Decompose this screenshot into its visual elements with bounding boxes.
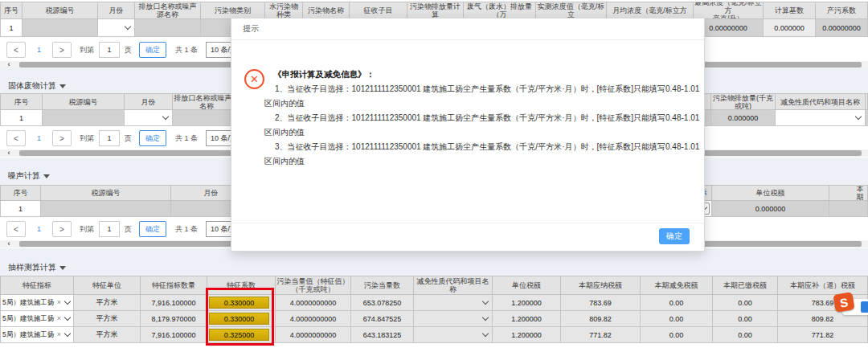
clear-icon[interactable]: × xyxy=(57,299,61,306)
relief-select[interactable] xyxy=(414,295,493,311)
goto-label: 到第 xyxy=(80,133,94,144)
chevron-down-icon xyxy=(64,330,71,337)
relief-select[interactable] xyxy=(414,327,493,343)
cell xyxy=(23,19,98,37)
cell-unit: 平方米 xyxy=(74,295,141,311)
cell-unit-tax: 1.200000 xyxy=(493,295,561,311)
alert-dialog: 提示 ✕ 《申报计算及减免信息》： 1、当征收子目选择：101211111235… xyxy=(231,18,705,252)
cell xyxy=(829,201,868,217)
col-header-water-7: 征收子目 xyxy=(350,2,407,19)
cell-quantity: 7,916.100000 xyxy=(141,295,207,311)
total-count: 共 1 条 xyxy=(175,133,198,144)
col-header-noise-5: 单位税额 xyxy=(712,185,829,201)
cell-equivalent-value: 4.0000000000 xyxy=(276,311,351,327)
col-header-sampling-8: 本期应纳税额 xyxy=(561,276,641,295)
table-row: 5局）建筑施工扬×平方米7,916.1000000.3250004.000000… xyxy=(0,327,868,343)
cell-paid: 0.00 xyxy=(713,311,778,327)
col-header-water-6: 污染物名称 xyxy=(303,2,350,19)
table-row: 5局）建筑施工扬×平方米7,916.1000000.3300004.000000… xyxy=(0,295,868,311)
cell-indicator: 5局）建筑施工扬× xyxy=(0,311,74,327)
cell xyxy=(41,201,171,217)
col-header-noise-6: 本期 xyxy=(829,185,868,201)
page-number[interactable]: 1 xyxy=(31,134,47,142)
col-header-solid-2: 月份 xyxy=(125,93,173,110)
col-header-solid-0: 序号 xyxy=(0,93,43,110)
col-header-water-13: 计算基数 xyxy=(764,2,816,19)
relief-select[interactable] xyxy=(776,110,866,126)
cell-payable: 783.69 xyxy=(561,295,641,311)
indicator-text: 5局）建筑施工扬 xyxy=(2,314,54,324)
month-select[interactable] xyxy=(98,19,135,37)
section-title-sampling[interactable]: 抽样测算计算 xyxy=(8,262,66,273)
dialog-message-heading: 《申报计算及减免信息》： xyxy=(273,69,704,80)
dialog-body: ✕ 《申报计算及减免信息》： 1、当征收子目选择：101211111235000… xyxy=(231,40,704,169)
cell-unit: 平方米 xyxy=(74,327,141,343)
dialog-footer: 确定 xyxy=(231,223,704,251)
goto-confirm-button[interactable]: 确定 xyxy=(139,130,166,146)
dialog-message-line: 1、当征收子目选择：1012111112350001 建筑施工扬尘产生量系数（千… xyxy=(264,82,705,111)
total-count: 共 1 条 xyxy=(175,45,198,55)
col-header-water-10: 实测浓度值（毫克/标立 xyxy=(536,2,607,19)
cell-emission: 0.000000 xyxy=(711,110,776,126)
collapse-icon xyxy=(59,266,66,270)
error-icon: ✕ xyxy=(244,69,264,89)
col-header-sampling-0: 特征指标 xyxy=(0,276,74,295)
pagination-water: <1>到第1页确定共 1 条10 条/页 xyxy=(6,41,255,59)
page-unit-label: 页 xyxy=(125,45,132,55)
goto-label: 到第 xyxy=(80,45,94,55)
prev-page-button[interactable]: < xyxy=(6,42,26,58)
cell-equivalent-value: 4.0000000000 xyxy=(276,327,351,343)
scroll-left-arrow[interactable]: ‹ xyxy=(3,149,14,157)
table-sampling: 特征指标特征单位特征指标数量特征系数污染当量值（特征值） （千克或吨）污染当量数… xyxy=(0,276,868,343)
prev-page-button[interactable]: < xyxy=(6,221,26,237)
next-page-button[interactable]: > xyxy=(52,42,72,58)
cell-seq: 1 xyxy=(0,19,23,37)
relief-select[interactable] xyxy=(414,311,493,327)
col-header-sampling-9: 本期减免税额 xyxy=(641,276,713,295)
goto-page-input[interactable]: 1 xyxy=(99,130,120,146)
section-gap xyxy=(0,248,868,276)
col-header-solid-5: 污染物排放量(千克 或吨) xyxy=(711,93,776,110)
section-title-noise[interactable]: 噪声计算 xyxy=(8,170,50,182)
page-number[interactable]: 1 xyxy=(31,46,47,54)
goto-page-input[interactable]: 1 xyxy=(99,221,120,237)
col-header-water-14: 产污系数 xyxy=(816,2,868,19)
prev-page-button[interactable]: < xyxy=(6,130,26,146)
scroll-left-arrow[interactable]: ‹ xyxy=(3,240,14,248)
section-title-solid-waste[interactable]: 固体废物计算 xyxy=(8,80,66,92)
goto-page-input[interactable]: 1 xyxy=(99,42,120,58)
cell-unit-tax: 0.000000 xyxy=(712,201,829,217)
cell-equivalent-count: 653.078250 xyxy=(351,295,414,311)
cell-due: 771.82 xyxy=(778,327,868,343)
col-header-sampling-10: 本期已缴税额 xyxy=(713,276,778,295)
clear-icon[interactable]: × xyxy=(57,315,61,322)
month-select[interactable] xyxy=(125,110,173,126)
chevron-down-icon xyxy=(482,298,489,305)
col-header-water-2: 月份 xyxy=(98,2,135,19)
next-page-button[interactable]: > xyxy=(52,130,72,146)
watermark-blue-icon xyxy=(861,301,868,313)
watermark-logo: S xyxy=(834,292,868,317)
col-header-water-12: 最高浓度（毫克/标立方 毫克/升） xyxy=(694,2,764,19)
cell-equivalent-value: 4.0000000000 xyxy=(276,295,351,311)
scroll-left-arrow[interactable]: ‹ xyxy=(3,61,14,68)
page-unit-label: 页 xyxy=(125,224,132,235)
pagination-solid: <1>到第1页确定共 1 条10 条/页 xyxy=(6,129,255,147)
cell-payable: 809.82 xyxy=(561,311,641,327)
page-unit-label: 页 xyxy=(125,133,132,144)
chevron-down-icon xyxy=(162,113,169,120)
page-number[interactable]: 1 xyxy=(31,225,47,233)
total-count: 共 1 条 xyxy=(175,224,198,235)
cell-unit-tax: 1.200000 xyxy=(493,311,561,327)
clear-icon[interactable]: × xyxy=(57,331,61,338)
goto-confirm-button[interactable]: 确定 xyxy=(139,221,166,237)
goto-confirm-button[interactable]: 确定 xyxy=(139,42,166,58)
chevron-down-icon xyxy=(64,298,71,305)
section-title-label: 固体废物计算 xyxy=(8,80,56,92)
cell xyxy=(43,110,125,126)
col-header-sampling-5: 污染当量数 xyxy=(351,276,414,295)
cell-quantity: 7,916.100000 xyxy=(141,327,207,343)
dialog-ok-button[interactable]: 确定 xyxy=(659,228,690,244)
next-page-button[interactable]: > xyxy=(52,221,72,237)
goto-label: 到第 xyxy=(80,224,94,235)
